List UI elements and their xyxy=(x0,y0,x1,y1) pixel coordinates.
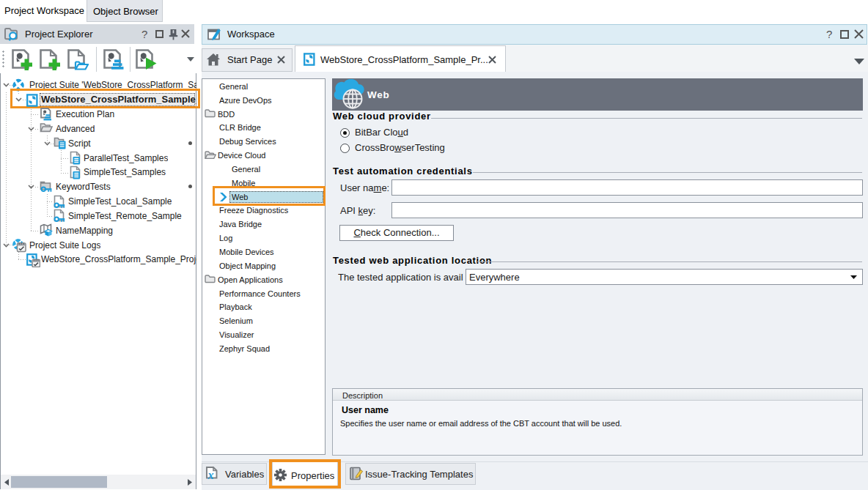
svg-text:x: x xyxy=(207,469,214,481)
